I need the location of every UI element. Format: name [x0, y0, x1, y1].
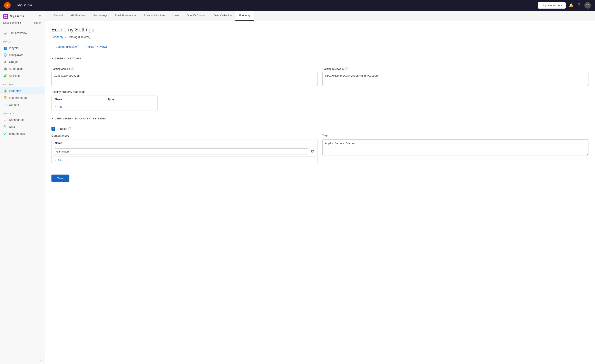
svg-rect-4	[6, 17, 7, 18]
ugc-enabled-checkbox[interactable]	[51, 127, 55, 131]
sidebar-item-economy[interactable]: 💰 Economy	[0, 87, 45, 94]
catalog-admins-reviewers-row: Catalog admins ⓘ 195B918A409D82EB Catalo…	[51, 67, 588, 86]
sidebar-engage-section: ENGAGE 💰 Economy 🏆 Leaderboards 📄 Conten…	[0, 80, 45, 109]
svg-rect-2	[6, 15, 7, 16]
ugc-settings-section: ▾ USER GENERATED CONTENT SETTINGS Enable…	[51, 117, 588, 164]
experiments-icon: 🧪	[3, 132, 7, 136]
avatar[interactable]: JD	[584, 2, 591, 9]
save-button[interactable]: Save	[51, 175, 69, 182]
catalog-reviewers-info-icon[interactable]: ⓘ	[345, 67, 348, 71]
add-content-type-button[interactable]: + Add	[52, 157, 317, 164]
ugc-settings-toggle[interactable]: ▾	[51, 117, 53, 120]
content-types-label: Content types	[51, 134, 318, 137]
topbar-divider	[14, 2, 14, 8]
tab-data-collection[interactable]: Data Collection	[210, 11, 235, 21]
general-settings-header: ▾ GENERAL SETTINGS	[51, 57, 588, 63]
sidebar-build-section: BUILD 👥 Players 🌐 Multiplayer 🗂 Groups 🤖…	[0, 37, 45, 80]
page-title: Economy Settings	[51, 27, 588, 33]
content-types-table: Name + Add	[51, 139, 318, 164]
sidebar-title-overview-section: 📊 Title Overview	[0, 27, 45, 37]
ugc-content: Content types Name	[51, 134, 588, 164]
ugc-enabled-info-icon[interactable]: ⓘ	[68, 127, 71, 131]
tab-general[interactable]: General	[50, 11, 67, 21]
display-property-mappings-label: Display property mappings	[51, 90, 588, 93]
tab-push-notifications[interactable]: Push Notifications	[140, 11, 169, 21]
general-settings-section: ▾ GENERAL SETTINGS Catalog admins ⓘ 195B…	[51, 57, 588, 111]
content-types-section: Content types Name	[51, 134, 318, 164]
catalog-admins-info-icon[interactable]: ⓘ	[71, 67, 74, 71]
delete-content-type-button[interactable]	[310, 149, 315, 154]
upgrade-button[interactable]: Upgrade account	[538, 2, 566, 9]
tab-openid-connect[interactable]: OpenID Connect	[183, 11, 210, 21]
app-body: My Game ⚙ Development ▾ 1/100K 📊 Title O…	[0, 11, 595, 364]
page-content: Economy Settings Economy › Catalog (Prev…	[45, 21, 595, 364]
tags-input[interactable]: Apple,Banana,Coconut	[322, 140, 588, 156]
sub-tab-navigation: Catalog (Preview) Policy (Preview)	[51, 43, 588, 51]
notifications-icon[interactable]: 🔔	[569, 3, 573, 7]
general-settings-toggle[interactable]: ▾	[51, 57, 53, 60]
sidebar-item-dashboards[interactable]: 📈 Dashboards	[0, 116, 45, 123]
addons-icon: 🧩	[3, 74, 7, 77]
automation-icon: 🤖	[3, 67, 7, 71]
content-type-row	[52, 147, 317, 157]
svg-rect-3	[4, 17, 6, 18]
sidebar: My Game ⚙ Development ▾ 1/100K 📊 Title O…	[0, 11, 45, 364]
breadcrumb: Economy › Catalog (Preview)	[51, 35, 588, 39]
ugc-settings-title: USER GENERATED CONTENT SETTINGS	[55, 117, 106, 120]
tab-economy[interactable]: Economy	[235, 11, 254, 21]
tab-limits[interactable]: Limits	[169, 11, 183, 21]
sidebar-item-players[interactable]: 👥 Players	[0, 44, 45, 51]
catalog-reviewers-label: Catalog reviewers ⓘ	[322, 67, 588, 71]
topbar: My Studio Upgrade account 🔔 ❓ JD	[0, 0, 595, 11]
tab-secret-keys[interactable]: Secret Keys	[89, 11, 111, 21]
sidebar-item-title-overview[interactable]: 📊 Title Overview	[0, 29, 45, 36]
sub-tab-policy[interactable]: Policy (Preview)	[82, 43, 111, 51]
economy-icon: 💰	[3, 89, 7, 93]
breadcrumb-current: Catalog (Preview)	[68, 35, 90, 39]
sidebar-item-groups[interactable]: 🗂 Groups	[0, 58, 45, 65]
sidebar-item-multiplayer[interactable]: 🌐 Multiplayer	[0, 51, 45, 58]
main-content: General API Features Secret Keys Email P…	[45, 11, 595, 364]
game-icon	[3, 14, 8, 19]
data-icon: 🔍	[3, 125, 7, 129]
display-property-table: Name Type + Add	[51, 96, 158, 111]
svg-rect-1	[4, 15, 6, 16]
add-display-property-button[interactable]: + Add	[52, 103, 157, 110]
display-property-mappings: Display property mappings Name Type + Ad…	[51, 90, 588, 111]
sidebar-item-data[interactable]: 🔍 Data	[0, 123, 45, 130]
help-icon[interactable]: ❓	[577, 3, 581, 7]
topbar-actions: Upgrade account 🔔 ❓ JD	[538, 2, 591, 9]
ugc-enabled-label: Enabled ⓘ	[57, 127, 71, 131]
settings-icon[interactable]: ⚙	[39, 14, 42, 18]
breadcrumb-economy-link[interactable]: Economy	[51, 35, 63, 39]
catalog-admins-input[interactable]: 195B918A409D82EB	[51, 72, 318, 86]
content-type-input[interactable]	[54, 148, 308, 155]
tab-navigation: General API Features Secret Keys Email P…	[45, 11, 595, 21]
env-count: 1/100K	[34, 21, 42, 24]
catalog-reviewers-group: Catalog reviewers ⓘ 81CCA052F3C2C7D4,89C…	[322, 67, 588, 86]
catalog-admins-group: Catalog admins ⓘ 195B918A409D82EB	[51, 67, 318, 86]
app-logo	[4, 2, 11, 9]
sidebar-item-experiments[interactable]: 🧪 Experiments	[0, 130, 45, 137]
catalog-admins-label: Catalog admins ⓘ	[51, 67, 318, 71]
tab-email-preferences[interactable]: Email Preferences	[111, 11, 140, 21]
breadcrumb-separator: ›	[65, 35, 66, 39]
tab-api-features[interactable]: API Features	[67, 11, 89, 21]
sidebar-env: Development ▾ 1/100K	[0, 21, 45, 27]
prop-table-name-col: Name	[52, 96, 105, 103]
collapse-sidebar-button[interactable]: «	[40, 358, 42, 362]
environment-selector[interactable]: Development ▾	[3, 21, 21, 24]
sidebar-game-name: My Game	[3, 14, 24, 19]
ugc-enabled-row: Enabled ⓘ	[51, 127, 588, 131]
sub-tab-catalog[interactable]: Catalog (Preview)	[51, 43, 82, 51]
catalog-reviewers-input[interactable]: 81CCA052F3C2C7D4,89CBA858F4C9CDDB	[322, 72, 588, 86]
sidebar-game-header: My Game ⚙	[0, 11, 45, 21]
sidebar-item-addons[interactable]: 🧩 Add-ons	[0, 72, 45, 79]
sidebar-analyze-section: ANALYZE 📈 Dashboards 🔍 Data 🧪 Experiment…	[0, 109, 45, 138]
sidebar-item-automation[interactable]: 🤖 Automation	[0, 65, 45, 72]
sidebar-item-leaderboards[interactable]: 🏆 Leaderboards	[0, 94, 45, 101]
sidebar-item-content[interactable]: 📄 Content	[0, 101, 45, 108]
groups-icon: 🗂	[3, 60, 7, 64]
sidebar-footer: «	[0, 355, 45, 364]
players-icon: 👥	[3, 46, 7, 50]
